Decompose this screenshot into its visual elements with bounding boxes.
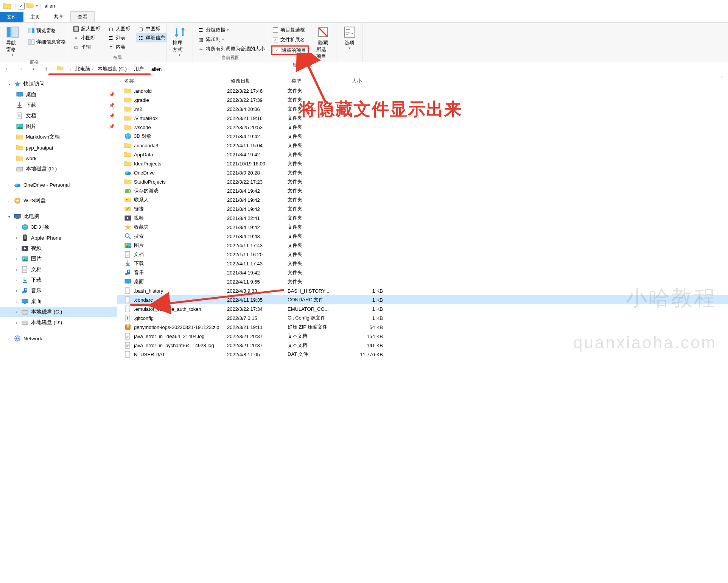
preview-pane-button[interactable]: 预览窗格 bbox=[26, 26, 67, 35]
layout-sm[interactable]: ▫小图标 bbox=[71, 33, 102, 42]
col-type[interactable]: 类型 bbox=[288, 78, 348, 84]
add-columns-button[interactable]: ▥添加列 ▾ bbox=[196, 35, 266, 44]
file-row[interactable]: 视频 2021/8/4 22:41 文件夹 bbox=[117, 214, 728, 223]
file-row[interactable]: OneDrive 2021/8/9 20:28 文件夹 bbox=[117, 168, 728, 177]
file-row[interactable]: 保存的游戏 2021/8/4 19:42 文件夹 bbox=[117, 186, 728, 195]
fit-columns-button[interactable]: ↔将所有列调整为合适的大小 bbox=[196, 45, 266, 53]
file-row[interactable]: genymotion-logs-20220321-191123.zip 2022… bbox=[117, 323, 728, 332]
pc-item[interactable]: ›下载 bbox=[0, 275, 117, 285]
column-headers[interactable]: 名称 修改日期 类型 大小 bbox=[117, 76, 728, 86]
details-pane-button[interactable]: 详细信息窗格 bbox=[26, 38, 67, 46]
file-row[interactable]: anaconda3 2022/4/11 15:04 文件夹 bbox=[117, 141, 728, 150]
file-row[interactable]: 链接 2021/8/4 19:42 文件夹 bbox=[117, 204, 728, 214]
quick-item[interactable]: 下载📌 bbox=[0, 100, 117, 111]
file-row[interactable]: 图片 2022/4/11 17:43 文件夹 bbox=[117, 241, 728, 250]
hide-selected-button[interactable]: 隐藏 所选项目 bbox=[313, 24, 333, 61]
file-name: 桌面 bbox=[134, 278, 144, 285]
navigation-pane[interactable]: ▾快速访问 桌面📌下载📌文档📌图片📌Markdown文档pyp_kuaipaiw… bbox=[0, 76, 117, 583]
pin-icon: 📌 bbox=[109, 113, 115, 118]
group-by-button[interactable]: ☰分组依据 ▾ bbox=[196, 26, 266, 34]
layout-md[interactable]: ▢中图标 bbox=[136, 24, 167, 33]
this-pc[interactable]: ▾此电脑 bbox=[0, 211, 117, 222]
file-row[interactable]: 搜索 2021/8/4 19:43 文件夹 bbox=[117, 232, 728, 241]
quick-item[interactable]: work bbox=[0, 153, 117, 164]
pc-item[interactable]: ›文档 bbox=[0, 264, 117, 275]
layout-tile[interactable]: ▭平铺 bbox=[71, 42, 102, 51]
file-size: 1 KB bbox=[348, 306, 390, 312]
music-icon bbox=[124, 269, 132, 276]
forward-button[interactable]: → bbox=[16, 64, 25, 73]
column-chevron-icon[interactable]: ⌃ bbox=[720, 76, 724, 80]
onedrive[interactable]: ›OneDrive - Personal bbox=[0, 179, 117, 190]
crumb-allen[interactable]: allen bbox=[149, 66, 164, 72]
pic-icon bbox=[16, 123, 23, 130]
file-date: 2022/4/11 17:43 bbox=[227, 261, 288, 267]
quick-item[interactable]: pyp_kuaipai bbox=[0, 142, 117, 153]
wps-drive[interactable]: ›WPS网盘 bbox=[0, 195, 117, 206]
quick-item[interactable]: 图片📌 bbox=[0, 121, 117, 132]
file-row[interactable]: 音乐 2021/8/4 19:42 文件夹 bbox=[117, 268, 728, 277]
file-row[interactable]: .gitconfig 2022/3/7 0:15 Git Config 源文件 … bbox=[117, 313, 728, 323]
file-row[interactable]: .android 2022/3/22 17:46 文件夹 bbox=[117, 86, 728, 95]
quick-access[interactable]: ▾快速访问 bbox=[0, 79, 117, 89]
pc-item[interactable]: ›音乐 bbox=[0, 285, 117, 296]
options-button[interactable]: 选项 ▾ bbox=[340, 24, 359, 51]
file-row[interactable]: 下载 2022/4/11 17:43 文件夹 bbox=[117, 259, 728, 268]
pc-item[interactable]: ›本地磁盘 (D:) bbox=[0, 317, 117, 328]
video-icon bbox=[124, 214, 132, 222]
tab-share[interactable]: 共享 bbox=[47, 12, 70, 22]
music-icon bbox=[21, 287, 29, 295]
layout-xl[interactable]: 🔲超大图标 bbox=[71, 24, 102, 33]
file-row[interactable]: StudioProjects 2022/3/22 17:23 文件夹 bbox=[117, 177, 728, 186]
qat-checkbox-icon[interactable] bbox=[18, 3, 25, 9]
address-bar[interactable]: › 此电脑› 本地磁盘 (C:)› 用户› allen bbox=[54, 64, 164, 74]
pc-item[interactable]: ›本地磁盘 (C:) bbox=[0, 307, 117, 317]
pc-item[interactable]: ›图片 bbox=[0, 254, 117, 264]
file-date: 2021/8/4 19:42 bbox=[227, 188, 288, 194]
network[interactable]: ›Network bbox=[0, 333, 117, 344]
tree-item-label: pyp_kuaipai bbox=[26, 145, 53, 151]
quick-item[interactable]: Markdown文档 bbox=[0, 132, 117, 142]
col-date[interactable]: 修改日期 bbox=[227, 78, 288, 84]
back-button[interactable]: ← bbox=[3, 64, 12, 73]
file-extensions-toggle[interactable]: 文件扩展名 bbox=[271, 36, 309, 44]
qat-dropdown-icon[interactable]: ▾ bbox=[36, 4, 38, 8]
hidden-items-toggle[interactable]: 隐藏的项目 bbox=[271, 45, 309, 55]
layout-lg[interactable]: ◻大图标 bbox=[106, 24, 132, 33]
col-name[interactable]: 名称 bbox=[117, 78, 227, 84]
recent-dropdown[interactable]: ▾ bbox=[29, 64, 38, 73]
layout-list[interactable]: ☰列表 bbox=[106, 33, 132, 42]
quick-item[interactable]: 本地磁盘 (D:) bbox=[0, 164, 117, 174]
tab-view[interactable]: 查看 bbox=[70, 11, 95, 22]
tab-home[interactable]: 主页 bbox=[23, 12, 47, 22]
tree-item-label: 本地磁盘 (D:) bbox=[31, 319, 62, 326]
layout-content[interactable]: ≡内容 bbox=[106, 42, 132, 51]
file-row[interactable]: 3D 对象 2021/8/4 19:42 文件夹 bbox=[117, 132, 728, 141]
crumb-drive[interactable]: 本地磁盘 (C:)› bbox=[95, 65, 132, 72]
pic-icon bbox=[21, 255, 29, 263]
crumb-thispc[interactable]: 此电脑› bbox=[73, 65, 95, 72]
file-row[interactable]: .vscode 2022/3/25 20:53 文件夹 bbox=[117, 123, 728, 132]
quick-item[interactable]: 桌面📌 bbox=[0, 89, 117, 100]
file-row[interactable]: IdeaProjects 2021/10/19 18:09 文件夹 bbox=[117, 159, 728, 168]
quick-item[interactable]: 文档📌 bbox=[0, 111, 117, 121]
pc-item[interactable]: ›桌面 bbox=[0, 296, 117, 307]
up-button[interactable]: ↑ bbox=[42, 64, 51, 73]
tree-item-label: Apple iPhone bbox=[31, 235, 61, 241]
tab-file[interactable]: 文件 bbox=[0, 12, 23, 22]
layout-details[interactable]: ☷详细信息 bbox=[136, 33, 167, 42]
svg-point-49 bbox=[352, 33, 353, 34]
file-row[interactable]: AppData 2021/8/4 19:42 文件夹 bbox=[117, 150, 728, 159]
file-row[interactable]: 文档 2022/1/11 16:20 文件夹 bbox=[117, 250, 728, 259]
file-row[interactable]: 收藏夹 2021/8/4 19:42 文件夹 bbox=[117, 223, 728, 232]
item-checkboxes-toggle[interactable]: 项目复选框 bbox=[271, 26, 309, 34]
crumb-users[interactable]: 用户› bbox=[132, 65, 149, 72]
pc-item[interactable]: ›3D 对象 bbox=[0, 222, 117, 232]
nav-pane-button[interactable]: 导航窗格 ▾ bbox=[3, 24, 22, 58]
file-row[interactable]: 联系人 2021/8/4 19:42 文件夹 bbox=[117, 195, 728, 204]
pc-item[interactable]: ›Apple iPhone bbox=[0, 232, 117, 243]
col-size[interactable]: 大小 bbox=[348, 78, 390, 84]
sort-button[interactable]: 排序方式 ▾ bbox=[170, 24, 190, 58]
pc-item[interactable]: ›视频 bbox=[0, 243, 117, 254]
file-type: 文件夹 bbox=[288, 224, 348, 231]
